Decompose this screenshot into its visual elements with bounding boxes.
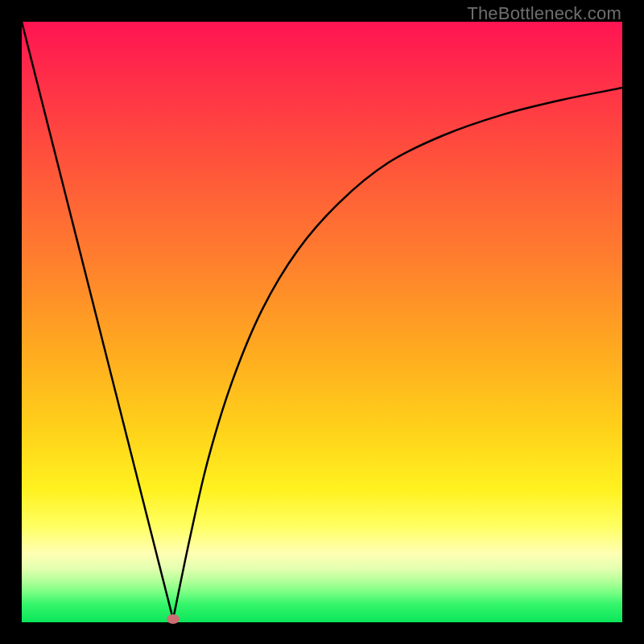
curve-left-branch <box>22 22 173 619</box>
chart-frame: TheBottleneck.com <box>0 0 644 644</box>
bottleneck-curve <box>22 22 622 622</box>
attribution-label: TheBottleneck.com <box>467 3 621 24</box>
curve-right-branch <box>173 88 622 619</box>
plot-area <box>22 22 622 622</box>
minimum-marker <box>167 614 180 624</box>
